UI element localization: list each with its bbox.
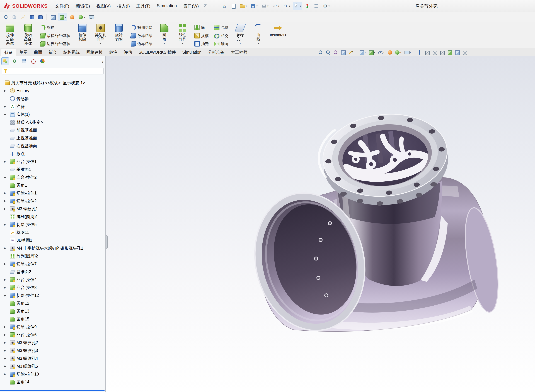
display-style-button[interactable]: ▾ [58, 13, 67, 21]
menu-item[interactable]: 编辑(E) [76, 3, 90, 9]
zoom-to-area-button[interactable] [324, 49, 332, 56]
drawing-compare-button[interactable] [37, 13, 44, 21]
3d-model-canvas[interactable] [106, 56, 535, 392]
fillet-button[interactable]: 圆角▾ [156, 23, 172, 48]
tree-filter-input[interactable] [9, 68, 102, 74]
expand-arrow-icon[interactable] [4, 333, 10, 336]
tree-item[interactable]: 切除-拉伸5 [0, 221, 105, 229]
tree-item[interactable]: 圆角14 [0, 378, 105, 386]
expand-arrow-icon[interactable] [4, 176, 10, 179]
panel-expand-chevron-icon[interactable]: › [102, 58, 104, 64]
expand-arrow-icon[interactable] [4, 341, 10, 344]
expand-arrow-icon[interactable] [4, 349, 10, 352]
wrap-button[interactable]: 包覆 [213, 24, 230, 31]
tree-item[interactable]: 阵列(圆周)1 [0, 213, 105, 221]
tree-item[interactable]: M3 螺纹孔3 [0, 346, 105, 355]
tree-item[interactable]: History [0, 87, 105, 95]
dropdown-caret-icon[interactable]: ▾ [364, 51, 366, 54]
expand-arrow-icon[interactable] [4, 286, 10, 289]
expand-arrow-icon[interactable] [4, 325, 10, 328]
pin-menu-icon[interactable] [203, 3, 208, 9]
commandmanager-tab[interactable]: 草图 [16, 49, 31, 56]
view-palette-button[interactable] [28, 13, 35, 21]
revolved-cut-button[interactable]: 旋转切除 [111, 23, 127, 48]
tree-item[interactable]: M3 螺纹孔4 [0, 355, 105, 362]
commandmanager-tab[interactable]: 大工程师 [228, 49, 251, 56]
reference-geometry-button[interactable]: 参考几...▾ [232, 23, 248, 48]
edit-appearance-button[interactable] [386, 49, 393, 56]
expand-arrow-icon[interactable] [4, 223, 10, 226]
commandmanager-tab[interactable]: 标注 [106, 49, 121, 56]
performance-evaluation-button[interactable] [304, 2, 311, 10]
commandmanager-tab[interactable]: 特征 [1, 49, 16, 56]
swept-boss-button[interactable]: 扫描 [39, 24, 72, 31]
dropdown-caret-icon[interactable]: ▾ [400, 51, 402, 54]
tree-item[interactable]: 注解 [0, 103, 105, 110]
commandmanager-tab[interactable]: 网格建模 [83, 49, 106, 56]
dropdown-caret-icon[interactable]: ▾ [267, 5, 269, 8]
commandmanager-tab[interactable]: Simulation [179, 49, 205, 56]
expand-arrow-icon[interactable] [4, 191, 10, 195]
section-view-button[interactable] [339, 49, 347, 56]
swept-cut-button[interactable]: 扫描切除 [129, 24, 154, 31]
expand-arrow-icon[interactable] [4, 113, 10, 116]
tree-item[interactable]: 切除-拉伸1 [0, 189, 105, 197]
tree-item[interactable]: 切除-拉伸10 [0, 370, 105, 378]
rib-button[interactable]: 筋 [193, 24, 210, 31]
shoulder-shell-model[interactable] [241, 108, 504, 341]
dropdown-caret-icon[interactable]: ▾ [374, 51, 375, 54]
tree-item[interactable]: 凸台-拉伸4 [0, 276, 105, 284]
expand-arrow-icon[interactable] [4, 373, 10, 376]
dropdown-caret-icon[interactable]: ▾ [329, 5, 330, 8]
tree-item[interactable]: 前视基准面 [0, 126, 105, 134]
view-settings-button[interactable]: ▾ [403, 49, 412, 56]
displaymanager-tab[interactable] [39, 57, 46, 65]
menu-item[interactable]: 视图(V) [96, 3, 111, 9]
tree-item[interactable]: M3 螺纹孔5 [0, 362, 105, 370]
tree-item[interactable]: 凸台-拉伸2 [0, 173, 105, 181]
extruded-boss-base-button[interactable]: 拉伸凸台/基体 [2, 23, 18, 48]
redo-button[interactable]: ▾ [282, 2, 291, 10]
linear-pattern-button[interactable]: 线性阵列▾ [175, 23, 190, 48]
save-button[interactable]: ▾ [249, 2, 259, 10]
panel-resize-bar[interactable] [0, 390, 104, 391]
previous-view-button[interactable] [332, 49, 339, 56]
menu-item[interactable]: 窗口(W) [183, 3, 199, 9]
hidden-lines-visible-button[interactable] [431, 49, 438, 56]
commandmanager-tab[interactable]: SOLIDWORKS 插件 [135, 49, 179, 56]
dropdown-caret-icon[interactable]: ▾ [278, 5, 279, 8]
tree-item[interactable]: 切除-拉伸7 [0, 260, 105, 268]
tree-item[interactable]: 切除-拉伸2 [0, 197, 105, 205]
dropdown-caret-icon[interactable]: ▾ [100, 42, 101, 45]
commandmanager-tab[interactable]: 钣金 [46, 49, 60, 56]
apply-scene-button[interactable]: ▾ [394, 49, 403, 56]
shell-button[interactable]: 抽壳 [193, 40, 210, 48]
dropdown-caret-icon[interactable]: ▾ [239, 42, 241, 45]
tree-item[interactable]: 圆角15 [0, 315, 105, 323]
revolved-boss-base-button[interactable]: 旋转凸台/基体 [20, 23, 36, 48]
expand-arrow-icon[interactable] [4, 294, 10, 297]
commandmanager-tab[interactable]: 分析准备 [205, 49, 228, 56]
lofted-boss-button[interactable]: 放样凸台/基体 [39, 32, 72, 40]
expand-arrow-icon[interactable] [4, 262, 10, 266]
expand-arrow-icon[interactable] [4, 278, 10, 281]
tree-item[interactable]: 3D草图1 [0, 236, 105, 244]
select-tool-button[interactable]: ▾ [293, 2, 302, 10]
dropdown-caret-icon[interactable]: ▾ [164, 42, 165, 45]
expand-arrow-icon[interactable] [4, 247, 10, 250]
tree-item[interactable]: 圆角13 [0, 307, 105, 315]
shaded-display-button[interactable] [453, 49, 460, 56]
curves-button[interactable]: 曲线▾ [251, 23, 266, 48]
dropdown-caret-icon[interactable]: ▾ [182, 42, 183, 45]
task-pane-button[interactable] [313, 2, 320, 10]
featuremanager-tree-tab[interactable] [1, 57, 9, 65]
expand-arrow-icon[interactable] [4, 160, 10, 163]
tree-item[interactable]: 材质 <未指定> [0, 118, 105, 126]
wireframe-display-button[interactable] [423, 49, 431, 56]
commandmanager-tab[interactable]: 评估 [121, 49, 135, 56]
dropdown-caret-icon[interactable]: ▾ [256, 5, 258, 8]
dropdown-caret-icon[interactable]: ▾ [300, 5, 301, 8]
dropdown-caret-icon[interactable]: ▾ [383, 51, 385, 54]
tree-item[interactable]: 阵列(圆周)2 [0, 252, 105, 260]
edit-appearance-button[interactable] [68, 13, 76, 21]
